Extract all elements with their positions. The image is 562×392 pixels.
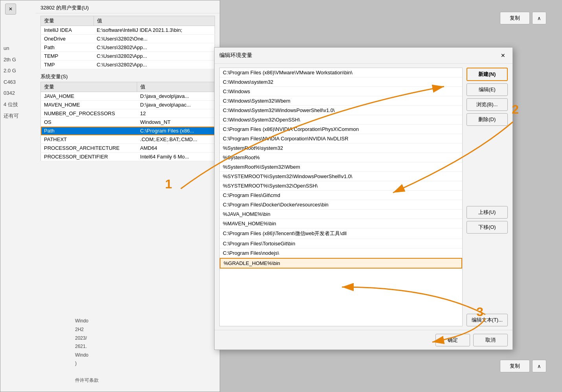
user-table-row[interactable]: TMPC:\Users\32802\App... — [41, 61, 215, 69]
user-table-row[interactable]: OneDriveC:\Users\32802\One... — [41, 35, 215, 43]
bottom-left-text: Windo 2H2 2023/ 2621. Windo ) — [75, 317, 88, 368]
path-list-item[interactable]: C:\Program Files\NVIDIA Corporation\NVID… — [220, 134, 462, 144]
sys-table-row[interactable]: PROCESSOR_IDENTIFIERIntel64 Family 6 Mo.… — [41, 153, 215, 161]
right-panel: 复制 ∧ — [500, 12, 546, 24]
path-list-item[interactable]: C:\Program Files (x86)\Tencent\微信web开发者工… — [220, 228, 462, 239]
path-list-item[interactable]: %SystemRoot%\System32\Wbem — [220, 162, 462, 172]
bottom-copy-row: 复制 ∧ — [500, 360, 546, 372]
path-list-item[interactable]: %SYSTEMROOT%\System32\OpenSSH\ — [220, 181, 462, 191]
sys-table-row[interactable]: NUMBER_OF_PROCESSORS12 — [41, 109, 215, 118]
copy-row: 复制 ∧ — [500, 12, 546, 24]
user-vars-section: 变量 值 IntelliJ IDEAE:\software\IntelliJ I… — [36, 13, 220, 72]
path-list-item[interactable]: %JAVA_HOME%\bin — [220, 210, 462, 219]
browse-button[interactable]: 浏览(B)... — [466, 98, 508, 111]
path-list-item[interactable]: %SYSTEMROOT%\System32\WindowsPowerShell\… — [220, 172, 462, 181]
move-up-button[interactable]: 上移(U) — [466, 206, 508, 219]
edit-dialog-close-button[interactable]: ✕ — [498, 51, 508, 60]
edit-button[interactable]: 编辑(E) — [466, 83, 508, 96]
sys-table-row[interactable]: MAVEN_HOMED:\java_devolp\apac... — [41, 101, 215, 109]
path-list-item[interactable]: C:\Program Files (x86)\NVIDIA Corporatio… — [220, 125, 462, 134]
sys-table-row[interactable]: PATHEXT.COM;.EXE;.BAT;.CMD... — [41, 135, 215, 144]
path-list-item[interactable]: C:\Program Files (x86)\VMware\VMware Wor… — [220, 68, 462, 77]
sys-col-value: 值 — [137, 82, 215, 92]
path-list-item[interactable]: C:\Windows\System32\Wbem — [220, 96, 462, 106]
delete-button[interactable]: 删除(D) — [466, 113, 508, 126]
system-vars-label: 系统变量(S) — [36, 72, 220, 82]
sys-props-content: 32802 的用户变量(U) 变量 值 IntelliJ IDEAE:\soft… — [36, 0, 220, 392]
user-col-value: 值 — [94, 16, 215, 26]
user-table-row[interactable]: TEMPC:\Users\32802\App... — [41, 52, 215, 61]
chevron-down-button[interactable]: ∧ — [532, 360, 546, 372]
path-list-item[interactable]: %MAVEN_HOME%\bin — [220, 219, 462, 228]
path-list-item[interactable]: %SystemRoot%\system32 — [220, 144, 462, 153]
edit-dialog-titlebar: 编辑环境变量 ✕ — [215, 48, 512, 64]
edit-dialog-footer: 确定 取消 — [215, 330, 512, 350]
sys-table-row[interactable]: PathC:\Program Files (x86... — [41, 127, 215, 135]
path-list-item[interactable]: %SystemRoot% — [220, 153, 462, 162]
edit-content-area: C:\Program Files (x86)\VMware\VMware Wor… — [215, 64, 512, 330]
path-list-item[interactable]: C:\Windows\System32\WindowsPowerShell\v1… — [220, 106, 462, 115]
edit-buttons-panel: 新建(N) 编辑(E) 浏览(B)... 删除(D) 上移(U) 下移(O) 编… — [466, 68, 508, 326]
sys-table-row[interactable]: PROCESSOR_ARCHITECTUREAMD64 — [41, 144, 215, 153]
background-window: ✕ un 2th G 2.0 G C463 0342 4 位技 还有可 3280… — [0, 0, 220, 392]
sys-table-row[interactable]: OSWindows_NT — [41, 118, 215, 127]
user-col-variable: 变量 — [41, 16, 94, 26]
edit-dialog: 编辑环境变量 ✕ C:\Program Files (x86)\VMware\V… — [214, 47, 513, 350]
path-list-item[interactable]: C:\Windows\System32\OpenSSH\ — [220, 115, 462, 125]
path-list-item[interactable]: C:\Program Files\Docker\Docker\resources… — [220, 200, 462, 210]
path-list[interactable]: C:\Program Files (x86)\VMware\VMware Wor… — [219, 68, 463, 326]
copy-button-top[interactable]: 复制 — [500, 12, 530, 24]
bg-left-panel: un 2th G 2.0 G C463 0342 4 位技 还有可 — [0, 40, 36, 125]
spacer2 — [466, 236, 508, 311]
bg-close-button[interactable]: ✕ — [5, 4, 16, 15]
user-table-row[interactable]: IntelliJ IDEAE:\software\IntelliJ IDEA 2… — [41, 26, 215, 35]
sys-table-row[interactable]: JAVA_HOMED:\java_devolp\java... — [41, 92, 215, 101]
cancel-button[interactable]: 取消 — [473, 334, 508, 346]
move-down-button[interactable]: 下移(O) — [466, 221, 508, 234]
system-vars-section: 变量 值 JAVA_HOMED:\java_devolp\java...MAVE… — [36, 82, 220, 161]
edit-dialog-title: 编辑环境变量 — [219, 52, 252, 59]
copy-button-bottom[interactable]: 复制 — [500, 360, 530, 372]
spacer — [466, 128, 508, 204]
chevron-up-button[interactable]: ∧ — [532, 12, 546, 24]
path-list-item[interactable]: %GRADLE_HOME%\bin — [220, 258, 462, 269]
system-vars-table: 变量 值 JAVA_HOMED:\java_devolp\java...MAVE… — [40, 82, 215, 161]
license-text: 件许可条款 — [75, 377, 99, 384]
user-table-row[interactable]: PathC:\Users\32802\App... — [41, 43, 215, 52]
user-vars-title: 32802 的用户变量(U) — [36, 0, 220, 13]
path-list-item[interactable]: C:\Program Files\nodejs\ — [220, 248, 462, 258]
path-list-item[interactable]: C:\Program Files\Git\cmd — [220, 191, 462, 200]
ok-button[interactable]: 确定 — [435, 334, 470, 346]
path-list-item[interactable]: C:\Windows — [220, 87, 462, 96]
path-list-item[interactable]: C:\Program Files\TortoiseGit\bin — [220, 239, 462, 248]
new-button[interactable]: 新建(N) — [466, 68, 508, 81]
user-vars-table: 变量 值 IntelliJ IDEAE:\software\IntelliJ I… — [40, 16, 215, 69]
path-list-item[interactable]: C:\Windows\system32 — [220, 77, 462, 87]
edit-text-button[interactable]: 编辑文本(T)... — [466, 314, 508, 326]
sys-col-variable: 变量 — [41, 82, 137, 92]
